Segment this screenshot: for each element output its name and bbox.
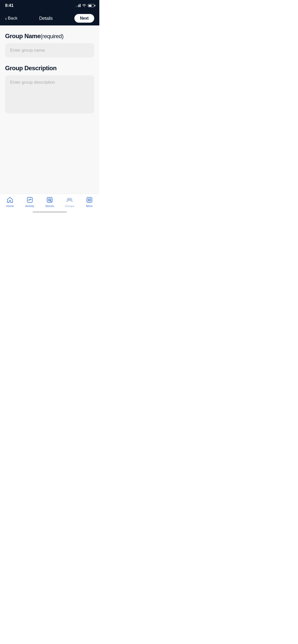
- tab-activity-label: Activity: [25, 204, 34, 208]
- tab-home-label: Home: [6, 204, 14, 208]
- svg-point-5: [69, 198, 71, 200]
- status-icons: [76, 4, 94, 8]
- nav-bar: ‹ Back Details Next: [0, 11, 99, 25]
- group-description-label: Group Description: [5, 65, 94, 72]
- groups-icon: [66, 196, 73, 203]
- activity-icon: [26, 196, 33, 203]
- home-indicator: [33, 211, 67, 213]
- back-button[interactable]: ‹ Back: [5, 16, 17, 21]
- home-icon: [6, 196, 13, 203]
- more-icon: [86, 196, 93, 203]
- tab-groups[interactable]: Groups: [62, 196, 77, 208]
- svg-point-6: [67, 199, 69, 200]
- tab-activity[interactable]: Activity: [22, 196, 37, 208]
- form-content: Group Name(required) Group Description: [0, 25, 99, 194]
- status-bar: 8:41: [0, 0, 99, 11]
- group-name-label: Group Name(required): [5, 33, 94, 40]
- group-name-label-text: Group Name: [5, 33, 40, 39]
- group-name-input[interactable]: [5, 43, 94, 57]
- svg-point-7: [71, 199, 72, 200]
- required-indicator: (required): [40, 33, 63, 39]
- wifi-icon: [82, 4, 86, 8]
- signal-icon: [76, 4, 80, 7]
- tab-groups-label: Groups: [65, 204, 74, 208]
- page-title: Details: [39, 16, 53, 21]
- status-time: 8:41: [5, 3, 13, 8]
- stories-icon: [46, 196, 53, 203]
- tab-stories-label: Stories: [45, 204, 54, 208]
- battery-icon: [88, 4, 94, 7]
- next-button[interactable]: Next: [74, 14, 94, 23]
- tab-more[interactable]: More: [82, 196, 97, 208]
- tab-more-label: More: [86, 204, 92, 208]
- tab-stories[interactable]: Stories: [42, 196, 57, 208]
- group-description-input[interactable]: [5, 75, 94, 113]
- tab-home[interactable]: Home: [2, 196, 18, 208]
- back-label: Back: [8, 16, 18, 21]
- chevron-left-icon: ‹: [5, 16, 7, 21]
